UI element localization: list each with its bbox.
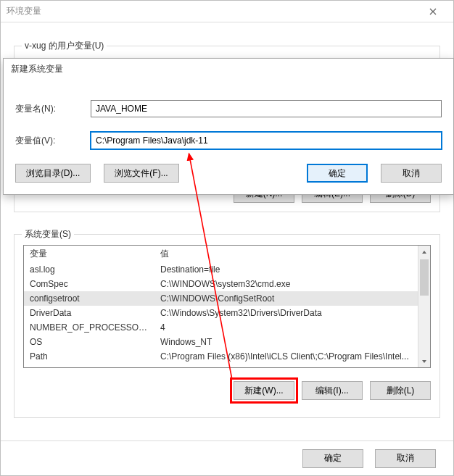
var-name-cell: asl.log xyxy=(24,262,154,277)
var-name-input[interactable] xyxy=(91,100,442,117)
env-ok-button[interactable]: 确定 xyxy=(302,449,363,468)
col-name-header[interactable]: 变量 xyxy=(24,246,154,262)
new-ok-button[interactable]: 确定 xyxy=(307,164,368,183)
system-vars-legend: 系统变量(S) xyxy=(22,228,74,241)
var-value-cell: Destination=file xyxy=(154,262,430,277)
env-titlebar: 环境变量 xyxy=(1,1,453,22)
table-row[interactable]: PathC:\Program Files (x86)\Intel\iCLS Cl… xyxy=(24,349,430,364)
var-name-cell: Path xyxy=(24,349,154,364)
var-name-cell: NUMBER_OF_PROCESSORS xyxy=(24,320,154,335)
user-vars-legend: v-xug 的用户变量(U) xyxy=(22,40,107,52)
new-dialog-title: 新建系统变量 xyxy=(4,59,453,81)
var-value-cell: C:\WINDOWS\ConfigSetRoot xyxy=(154,291,430,306)
table-row[interactable]: ComSpecC:\WINDOWS\system32\cmd.exe xyxy=(24,277,430,291)
scroll-up-icon[interactable] xyxy=(418,246,430,258)
var-value-cell: Windows_NT xyxy=(154,335,430,349)
var-value-cell: C:\Program Files (x86)\Intel\iCLS Client… xyxy=(154,349,430,364)
var-value-row: 变量值(V): xyxy=(15,132,442,149)
var-name-cell: OS xyxy=(24,335,154,349)
var-name-cell: configsetroot xyxy=(24,291,154,306)
table-row[interactable]: configsetrootC:\WINDOWS\ConfigSetRoot xyxy=(24,291,430,306)
close-icon[interactable] xyxy=(418,4,447,20)
table-row[interactable]: NUMBER_OF_PROCESSORS4 xyxy=(24,320,430,335)
var-name-cell: ComSpec xyxy=(24,277,154,291)
system-vars-scrollbar[interactable] xyxy=(418,246,430,367)
var-name-row: 变量名(N): xyxy=(15,100,442,117)
var-value-cell: C:\WINDOWS\system32\cmd.exe xyxy=(154,277,430,291)
var-value-cell: 4 xyxy=(154,320,430,335)
table-row[interactable]: OSWindows_NT xyxy=(24,335,430,349)
var-value-cell: C:\Windows\System32\Drivers\DriverData xyxy=(154,306,430,320)
var-name-label: 变量名(N): xyxy=(15,103,79,115)
new-cancel-button[interactable]: 取消 xyxy=(381,164,442,183)
var-value-label: 变量值(V): xyxy=(15,135,79,147)
env-bottombar: 确定 取消 xyxy=(1,440,453,475)
system-vars-table[interactable]: 变量 值 asl.logDestination=fileComSpecC:\WI… xyxy=(24,246,430,364)
env-cancel-button[interactable]: 取消 xyxy=(375,449,436,468)
system-vars-actions: 新建(W)... 编辑(I)... 删除(L) xyxy=(15,375,439,409)
new-dialog-buttons: 浏览目录(D)... 浏览文件(F)... 确定 取消 xyxy=(15,164,442,183)
scroll-down-icon[interactable] xyxy=(418,355,430,367)
col-value-header[interactable]: 值 xyxy=(154,246,430,262)
system-new-button[interactable]: 新建(W)... xyxy=(234,381,294,400)
table-row[interactable]: DriverDataC:\Windows\System32\Drivers\Dr… xyxy=(24,306,430,320)
system-edit-button[interactable]: 编辑(I)... xyxy=(302,381,363,400)
system-delete-button[interactable]: 删除(L) xyxy=(370,381,431,400)
system-vars-table-wrap: 变量 值 asl.logDestination=fileComSpecC:\WI… xyxy=(23,245,431,368)
var-value-input[interactable] xyxy=(91,132,442,149)
env-title: 环境变量 xyxy=(7,5,41,17)
system-vars-group: 系统变量(S) 变量 值 asl.logDestination=fileComS… xyxy=(14,234,440,418)
browse-file-button[interactable]: 浏览文件(F)... xyxy=(104,164,179,183)
new-system-variable-dialog: 新建系统变量 变量名(N): 变量值(V): 浏览目录(D)... 浏览文件(F… xyxy=(3,58,454,195)
browse-dir-button[interactable]: 浏览目录(D)... xyxy=(15,164,91,183)
scroll-thumb[interactable] xyxy=(420,259,429,296)
var-name-cell: DriverData xyxy=(24,306,154,320)
table-row[interactable]: asl.logDestination=file xyxy=(24,262,430,277)
